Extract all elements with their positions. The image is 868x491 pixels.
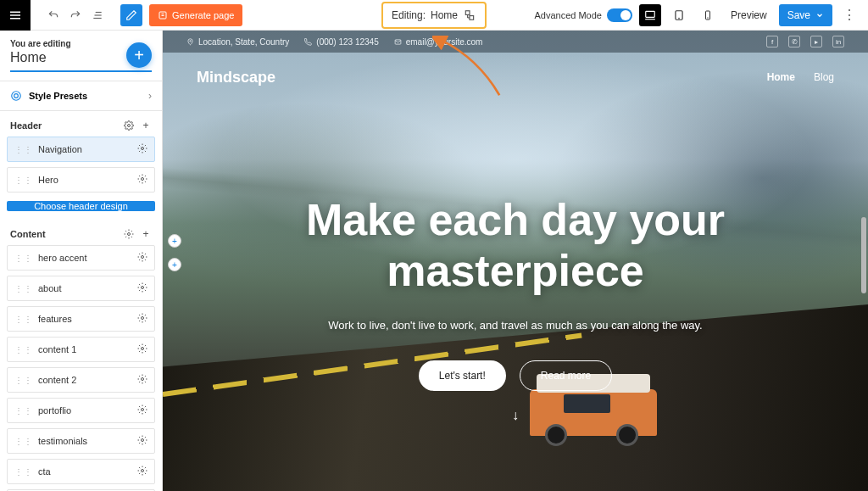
block-settings-icon[interactable]	[137, 374, 147, 387]
header-section-head: Header +	[0, 111, 162, 137]
svg-point-19	[14, 94, 19, 98]
block-label: content 2	[38, 375, 132, 385]
change-page-icon[interactable]	[463, 8, 476, 22]
contact-email: email@yoursite.com	[394, 37, 483, 47]
drag-handle-icon[interactable]: ⋮⋮	[14, 176, 33, 185]
drag-handle-icon[interactable]: ⋮⋮	[14, 345, 33, 354]
content-item[interactable]: ⋮⋮about	[7, 276, 155, 301]
editing-page-pill[interactable]: Editing: Home	[381, 2, 487, 29]
page-canvas[interactable]: Location, State, Country (000) 123 12345…	[163, 31, 868, 491]
social-facebook-icon[interactable]: f	[766, 36, 778, 47]
svg-point-18	[12, 92, 21, 101]
redo-button[interactable]	[64, 4, 86, 26]
content-item[interactable]: ⋮⋮content 1	[7, 337, 155, 362]
content-item[interactable]: ⋮⋮portoflio	[7, 398, 155, 423]
drag-handle-icon[interactable]: ⋮⋮	[14, 315, 33, 324]
block-settings-icon[interactable]	[137, 143, 147, 156]
header-item[interactable]: ⋮⋮Hero	[7, 167, 155, 192]
list-button[interactable]	[86, 4, 108, 26]
advanced-mode-label: Advanced Mode	[534, 10, 602, 20]
svg-rect-11	[646, 11, 655, 17]
hero-content: Make each day your masterpiece Work to l…	[163, 195, 868, 423]
social-youtube-icon[interactable]: ▸	[810, 36, 822, 47]
social-whatsapp-icon[interactable]: ✆	[788, 36, 800, 47]
add-block-button[interactable]: +	[126, 42, 152, 68]
style-presets-row[interactable]: Style Presets ›	[0, 81, 162, 111]
social-linkedin-icon[interactable]: in	[832, 36, 844, 47]
content-item[interactable]: ⋮⋮hero accent	[7, 245, 155, 271]
nav-home[interactable]: Home	[767, 71, 795, 83]
edit-mode-button[interactable]	[120, 4, 142, 26]
svg-point-27	[142, 347, 144, 349]
drag-handle-icon[interactable]: ⋮⋮	[14, 145, 33, 154]
block-label: features	[38, 314, 132, 324]
block-settings-icon[interactable]	[137, 466, 147, 478]
svg-point-21	[142, 147, 144, 149]
drag-handle-icon[interactable]: ⋮⋮	[14, 376, 33, 385]
hero-title[interactable]: Make each day your masterpiece	[197, 195, 834, 297]
canvas-scrollbar[interactable]	[861, 217, 866, 293]
choose-header-button[interactable]: Choose header design	[7, 201, 155, 211]
drag-handle-icon[interactable]: ⋮⋮	[14, 406, 33, 416]
block-add-handle[interactable]: +	[168, 258, 181, 271]
svg-point-14	[679, 18, 680, 19]
svg-point-25	[142, 286, 144, 288]
block-settings-icon[interactable]	[137, 343, 147, 356]
block-label: portoflio	[38, 405, 132, 416]
block-settings-icon[interactable]	[137, 252, 147, 265]
editing-page-name: Home	[431, 9, 458, 21]
content-settings-icon[interactable]	[123, 228, 135, 240]
device-mobile-button[interactable]	[697, 4, 719, 26]
svg-point-28	[142, 377, 144, 380]
block-settings-icon[interactable]	[137, 313, 147, 326]
block-settings-icon[interactable]	[137, 435, 147, 448]
device-tablet-button[interactable]	[668, 4, 690, 26]
hero-cta-secondary[interactable]: Read more	[520, 360, 612, 391]
svg-point-22	[142, 177, 144, 180]
advanced-mode-toggle[interactable]	[607, 8, 632, 22]
svg-point-23	[128, 233, 131, 236]
preview-button[interactable]: Preview	[726, 9, 772, 21]
block-settings-icon[interactable]	[137, 174, 147, 187]
save-button[interactable]: Save	[779, 4, 832, 26]
undo-button[interactable]	[42, 4, 64, 26]
menu-button[interactable]	[0, 0, 31, 31]
chevron-right-icon: ›	[148, 90, 152, 102]
header-settings-icon[interactable]	[123, 120, 135, 131]
contact-location: Location, State, Country	[186, 37, 289, 47]
header-add-icon[interactable]: +	[140, 120, 152, 131]
svg-point-20	[128, 125, 131, 127]
advanced-mode-group: Advanced Mode	[534, 8, 632, 22]
scroll-down-icon[interactable]: ↓	[197, 408, 834, 423]
content-add-icon[interactable]: +	[140, 228, 152, 240]
block-label: cta	[38, 466, 132, 477]
nav-blog[interactable]: Blog	[814, 71, 834, 83]
drag-handle-icon[interactable]: ⋮⋮	[14, 437, 33, 446]
drag-handle-icon[interactable]: ⋮⋮	[14, 284, 33, 293]
phone-icon	[304, 38, 312, 46]
save-label: Save	[787, 9, 810, 21]
svg-point-26	[142, 316, 144, 319]
block-settings-icon[interactable]	[137, 405, 147, 417]
content-item[interactable]: ⋮⋮cta	[7, 459, 155, 484]
mail-icon	[394, 38, 402, 46]
content-item[interactable]: ⋮⋮content 2	[7, 367, 155, 393]
hero-subtitle[interactable]: Work to live, don't live to work, and tr…	[197, 319, 834, 332]
hero-cta-primary[interactable]: Let's start!	[419, 360, 506, 391]
header-item[interactable]: ⋮⋮Navigation	[7, 137, 155, 162]
svg-rect-8	[470, 15, 474, 20]
block-add-handle[interactable]: +	[168, 234, 181, 248]
content-item[interactable]: ⋮⋮testimonials	[7, 428, 155, 454]
editing-label: Editing:	[392, 9, 426, 21]
drag-handle-icon[interactable]: ⋮⋮	[14, 254, 33, 263]
block-settings-icon[interactable]	[137, 282, 147, 295]
generate-page-button[interactable]: Generate page	[149, 4, 242, 26]
block-label: content 1	[38, 344, 132, 354]
site-brand[interactable]: Mindscape	[197, 69, 275, 86]
drag-handle-icon[interactable]: ⋮⋮	[14, 467, 33, 477]
more-menu-button[interactable]: ⋮	[839, 7, 860, 23]
block-label: Navigation	[38, 144, 132, 154]
device-desktop-button[interactable]	[639, 4, 661, 26]
left-sidebar: You are editing Home + Style Presets › H…	[0, 31, 163, 491]
content-item[interactable]: ⋮⋮features	[7, 306, 155, 332]
